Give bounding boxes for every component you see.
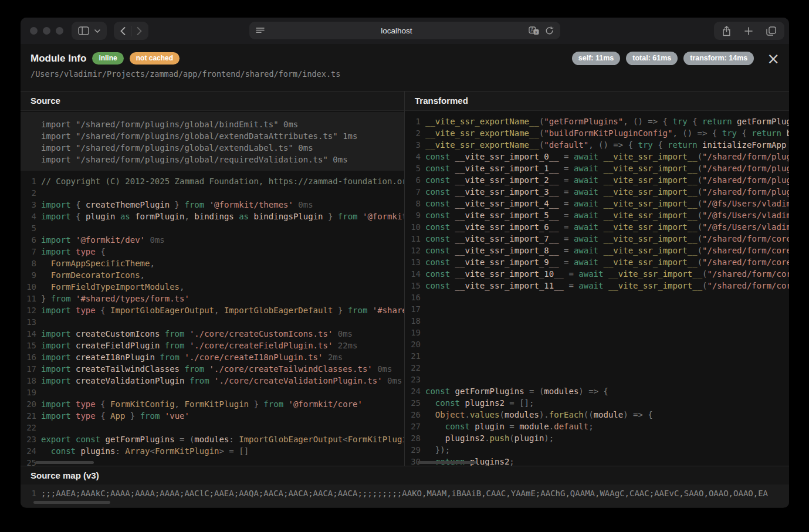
code-line: 19 [405, 327, 789, 338]
line-number: 5 [405, 162, 425, 174]
code-line: 23export const getFormPlugins = (modules… [21, 433, 404, 445]
source-hscrollbar[interactable] [35, 461, 94, 464]
code-line: 1 ;;;AAEA;AAAkC;AAAA;AAAA;AAAA;AAClC;AAE… [21, 487, 789, 499]
line-number: 11 [405, 233, 425, 245]
code-line: 20 [405, 338, 789, 350]
code-panels: Source import "/shared/form/plugins/glob… [21, 91, 789, 466]
code-line: 21 [405, 350, 789, 362]
code-line: 14import createCustomIcons from './core/… [21, 328, 404, 340]
code-line: 18 [405, 315, 789, 327]
transformed-hscrollbar[interactable] [418, 461, 476, 464]
sourcemap-hscrollbar[interactable] [33, 501, 110, 504]
code-line: 3import { createThemePlugin } from '@for… [21, 199, 404, 211]
sourcemap-mappings: ;;;AAEA;AAAkC;AAAA;AAAA;AAAA;AAClC;AAEA;… [41, 487, 768, 499]
line-number: 4 [405, 151, 425, 162]
line-number: 15 [405, 280, 425, 292]
line-number: 18 [21, 375, 41, 387]
source-code-lines: 1// Copyright (C) 2012-2025 Zammad Found… [21, 175, 404, 466]
code-line: 26 Object.values(modules).forEach((modul… [405, 409, 789, 421]
line-number: 8 [21, 257, 41, 269]
import-summary-line: import "/shared/form/plugins/global/requ… [41, 154, 404, 165]
reload-icon[interactable] [545, 26, 554, 35]
code-line: 13const __vite_ssr_import_9__ = await __… [405, 256, 789, 268]
line-number: 23 [21, 433, 41, 445]
code-line: 8const __vite_ssr_import_4__ = await __v… [405, 198, 789, 209]
line-number: 24 [405, 385, 425, 397]
line-number: 20 [21, 398, 41, 410]
code-line: 1// Copyright (C) 2012-2025 Zammad Found… [21, 175, 404, 187]
translate-icon[interactable]: Ax [529, 26, 539, 35]
code-line: 1__vite_ssr_exportName__("getFormPlugins… [405, 116, 789, 127]
code-line: 8 FormAppSpecificTheme, [21, 257, 404, 269]
line-number: 2 [21, 187, 41, 199]
traffic-light-close[interactable] [30, 27, 38, 35]
line-number: 19 [21, 387, 41, 398]
code-line: 24const getFormPlugins = (modules) => { [405, 385, 789, 397]
reader-icon[interactable] [256, 27, 265, 35]
code-line: 27 const plugin = module.default; [405, 421, 789, 432]
code-line: 4const __vite_ssr_import_0__ = await __v… [405, 151, 789, 162]
code-line: 17 [405, 303, 789, 315]
code-line: 17import createTailwindClasses from './c… [21, 363, 404, 375]
line-number: 12 [21, 304, 41, 316]
source-code[interactable]: import "/shared/form/plugins/global/bind… [21, 111, 404, 466]
code-line: 19 [21, 387, 404, 398]
code-line: 13 [21, 316, 404, 328]
nav-divider [131, 26, 131, 36]
line-number: 22 [405, 362, 425, 374]
sidebar-icon [78, 26, 89, 35]
page-title: Module Info [31, 53, 86, 65]
line-number: 14 [21, 328, 41, 340]
url-text: localhost [265, 26, 529, 35]
import-summary-line: import "/shared/form/plugins/global/bind… [41, 118, 404, 130]
address-bar[interactable]: localhost Ax [249, 22, 560, 39]
line-number: 13 [21, 316, 41, 328]
code-line: 22 [405, 362, 789, 374]
tab-overview-icon[interactable] [766, 26, 776, 36]
code-line: 15const __vite_ssr_import_11__ = await _… [405, 280, 789, 292]
line-number: 11 [21, 293, 41, 304]
traffic-light-minimize[interactable] [43, 27, 50, 35]
line-number: 6 [21, 234, 41, 246]
line-number: 13 [405, 256, 425, 268]
browser-window: localhost Ax Module Info inline not ca [21, 18, 789, 508]
back-button[interactable] [120, 27, 126, 35]
import-summary-line: import "/shared/form/plugins/global/exte… [41, 130, 404, 142]
line-number: 10 [21, 281, 41, 293]
line-number: 25 [405, 397, 425, 409]
line-number: 8 [405, 198, 425, 209]
code-line: 5const __vite_ssr_import_1__ = await __v… [405, 162, 789, 174]
line-number: 6 [405, 174, 425, 186]
line-number: 29 [405, 444, 425, 456]
close-icon[interactable]: × [767, 53, 780, 65]
code-line: 20import type { FormKitConfig, FormKitPl… [21, 398, 404, 410]
code-line: 12import type { ImportGlobEagerOutput, I… [21, 304, 404, 316]
code-line: 3__vite_ssr_exportName__("default", () =… [405, 139, 789, 151]
code-line: 7const __vite_ssr_import_3__ = await __v… [405, 186, 789, 198]
traffic-light-zoom[interactable] [56, 27, 63, 35]
code-line: 16import createI18nPlugin from './core/c… [21, 351, 404, 363]
line-number: 5 [21, 222, 41, 234]
module-info-header: Module Info inline not cached self: 11ms… [21, 44, 789, 91]
sourcemap-title: Source map (v3) [21, 466, 789, 484]
transformed-code[interactable]: 1__vite_ssr_exportName__("getFormPlugins… [405, 111, 789, 466]
timing-total: total: 61ms [626, 52, 678, 65]
code-line: 9 FormDecoratorIcons, [21, 269, 404, 281]
badge-not-cached: not cached [130, 52, 180, 65]
nav-buttons [114, 22, 148, 40]
code-line: 16 [405, 292, 789, 303]
share-icon[interactable] [722, 26, 731, 36]
code-line: 11} from '#shared/types/form.ts' [21, 293, 404, 304]
sidebar-toggle[interactable] [72, 22, 107, 40]
svg-text:x: x [535, 30, 537, 35]
plus-icon[interactable] [744, 27, 753, 35]
code-line: 11const __vite_ssr_import_7__ = await __… [405, 233, 789, 245]
sourcemap-line-area[interactable]: 1 ;;;AAEA;AAAkC;AAAA;AAAA;AAAA;AAClC;AAE… [21, 484, 789, 507]
line-number: 14 [405, 268, 425, 280]
line-number: 23 [405, 374, 425, 385]
code-line: 2__vite_ssr_exportName__("buildFormKitPl… [405, 127, 789, 139]
forward-button[interactable] [137, 27, 142, 35]
line-number: 26 [405, 409, 425, 421]
sourcemap-section: Source map (v3) 1 ;;;AAEA;AAAkC;AAAA;AAA… [21, 466, 789, 507]
line-number: 17 [21, 363, 41, 375]
